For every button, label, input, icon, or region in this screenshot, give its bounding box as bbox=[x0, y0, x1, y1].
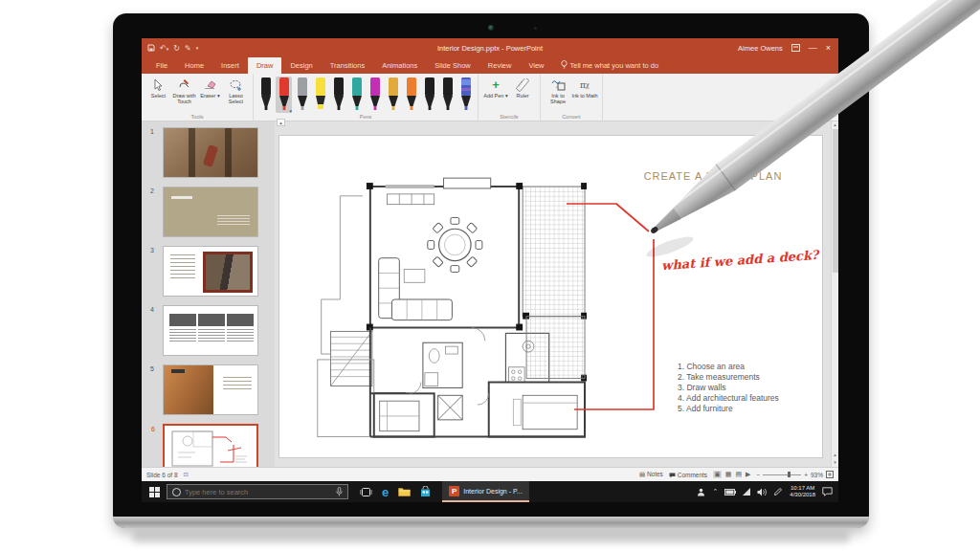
front-camera bbox=[488, 25, 494, 31]
gray-pen[interactable] bbox=[294, 77, 310, 113]
tell-me-box[interactable]: Tell me what you want to do bbox=[553, 56, 667, 74]
tab-file[interactable]: File bbox=[147, 57, 176, 74]
scroll-up-icon[interactable]: ▴ bbox=[834, 121, 836, 127]
lasso-select-button[interactable]: Lasso Select bbox=[223, 76, 249, 104]
red-pen[interactable]: ▾ bbox=[276, 77, 292, 113]
grid-cell bbox=[227, 314, 254, 326]
black-pen[interactable] bbox=[257, 77, 274, 113]
network-icon[interactable] bbox=[743, 488, 750, 496]
grid-cell bbox=[169, 314, 196, 326]
tab-insert[interactable]: Insert bbox=[212, 57, 248, 74]
tab-transitions[interactable]: Transitions bbox=[322, 57, 373, 74]
slide-6[interactable]: CREATE A FLOOR PLAN bbox=[279, 136, 822, 457]
group-stencils: + Add Pen ▾ Ruler Stencils bbox=[479, 74, 541, 121]
file-explorer-icon[interactable] bbox=[398, 487, 411, 497]
text-lines bbox=[217, 213, 250, 227]
action-center-icon[interactable] bbox=[822, 487, 833, 496]
select-button[interactable]: Select bbox=[145, 76, 171, 99]
notes-toggle[interactable]: ▤ Notes bbox=[639, 471, 663, 478]
taskbar-app-powerpoint[interactable]: P Interior Design - P... bbox=[442, 481, 528, 502]
slide-thumbnail-2[interactable]: 2 bbox=[163, 187, 258, 237]
main-area: 1 2 3 bbox=[142, 121, 838, 467]
comments-toggle[interactable]: Comments bbox=[669, 472, 707, 478]
reading-view-button[interactable]: ▤ bbox=[735, 471, 742, 478]
normal-view-button[interactable]: ▣ bbox=[713, 471, 722, 478]
orange-pen[interactable] bbox=[403, 77, 419, 113]
ribbon-draw: Select Draw with Touch Eraser ▾ bbox=[142, 74, 838, 121]
eraser-button[interactable]: Eraser ▾ bbox=[197, 76, 223, 99]
tab-animations[interactable]: Animations bbox=[373, 57, 426, 74]
battery-icon[interactable] bbox=[724, 489, 736, 496]
next-slide-icon[interactable]: ▾ bbox=[834, 459, 836, 465]
scrollbar-thumb[interactable] bbox=[833, 129, 838, 273]
slide-step-list: 1. Choose an area2. Take measurements3. … bbox=[678, 362, 779, 414]
pens-gallery: ▾ bbox=[257, 76, 474, 113]
tab-view[interactable]: View bbox=[520, 57, 552, 74]
slide-thumbnail-5[interactable]: 5 bbox=[163, 364, 258, 415]
ink-to-math-icon: πχ bbox=[580, 77, 590, 92]
yellow-highlighter[interactable] bbox=[312, 77, 328, 113]
speaker-icon[interactable] bbox=[757, 488, 767, 496]
thumbnail-number: 6 bbox=[151, 426, 155, 432]
tab-home[interactable]: Home bbox=[176, 57, 212, 74]
step-item: 1. Choose an area bbox=[678, 362, 779, 372]
taskbar-pinned-icons: e bbox=[360, 486, 431, 498]
tab-draw[interactable]: Draw bbox=[248, 57, 282, 74]
system-tray: ⌃ 10:17 AM 4/30/2018 bbox=[697, 485, 838, 498]
taskbar-clock[interactable]: 10:17 AM 4/30/2018 bbox=[790, 485, 815, 498]
slideshow-button[interactable]: ▶ bbox=[746, 471, 750, 478]
thumbnail-number: 2 bbox=[150, 187, 154, 194]
zoom-in-button[interactable]: + bbox=[804, 472, 808, 478]
tab-review[interactable]: Review bbox=[479, 57, 521, 74]
ruler-button[interactable]: Ruler bbox=[509, 76, 536, 99]
ribbon-tabs: FileHomeInsertDrawDesignTransitionsAnima… bbox=[142, 57, 838, 74]
zoom-slider-knob[interactable] bbox=[788, 472, 791, 477]
zoom-out-button[interactable]: − bbox=[756, 472, 760, 478]
grid-text bbox=[198, 329, 225, 342]
teal-pen[interactable] bbox=[348, 77, 365, 113]
start-button[interactable] bbox=[142, 481, 167, 502]
slide-sorter-view-button[interactable]: ▦ bbox=[725, 471, 732, 478]
taskbar-search[interactable] bbox=[167, 484, 348, 499]
add-pen-button[interactable]: + Add Pen ▾ bbox=[482, 76, 509, 99]
hidden-icons-chevron[interactable]: ⌃ bbox=[712, 488, 718, 496]
search-input[interactable] bbox=[185, 488, 332, 496]
status-bar: Slide 6 of 8 ⊡ ▤ Notes Comments ▣ ▦ ▤ ▶ bbox=[142, 467, 838, 481]
microphone-icon[interactable] bbox=[336, 487, 343, 496]
fit-slide-icon[interactable] bbox=[826, 471, 834, 478]
slide-thumbnail-3[interactable]: 3 bbox=[163, 246, 258, 297]
step-item: 3. Draw walls bbox=[678, 383, 779, 393]
zoom-percent[interactable]: 93% bbox=[811, 472, 823, 478]
add-pen-plus-icon: + bbox=[492, 77, 500, 92]
previous-slide-icon[interactable]: ▴ bbox=[834, 452, 836, 457]
slide-thumbnail-4[interactable]: 4 bbox=[163, 305, 258, 356]
chevron-up-icon[interactable]: ▴ bbox=[277, 119, 285, 126]
slide-title: CREATE A FLOOR PLAN bbox=[632, 170, 794, 182]
slide-thumbnail-6[interactable]: 6 bbox=[163, 424, 258, 467]
magenta-pen[interactable] bbox=[367, 77, 383, 113]
thumbnail-art bbox=[164, 247, 257, 296]
store-icon[interactable] bbox=[420, 486, 431, 497]
step-item: 2. Take measurements bbox=[678, 372, 779, 383]
tab-slide-show[interactable]: Slide Show bbox=[426, 57, 479, 74]
people-icon[interactable] bbox=[697, 488, 705, 496]
gold-pen[interactable] bbox=[385, 77, 401, 113]
cortana-icon bbox=[172, 488, 181, 496]
pen-tray-icon[interactable] bbox=[773, 487, 783, 496]
device-shadow bbox=[132, 532, 850, 543]
task-view-icon[interactable] bbox=[360, 487, 372, 497]
window-title: Interior Design.pptx - PowerPoint bbox=[142, 44, 838, 53]
galaxy-pen[interactable] bbox=[457, 77, 474, 113]
black-pen[interactable] bbox=[439, 77, 456, 113]
edge-icon[interactable]: e bbox=[382, 486, 389, 498]
black-pen[interactable] bbox=[330, 77, 346, 113]
display-settings-icon[interactable]: ⊡ bbox=[184, 471, 189, 478]
slide-thumbnail-1[interactable]: 1 bbox=[163, 127, 258, 178]
tab-design[interactable]: Design bbox=[281, 57, 321, 74]
draw-with-touch-button[interactable]: Draw with Touch bbox=[171, 76, 197, 104]
vertical-scrollbar[interactable]: ▴ ▴ ▾ bbox=[831, 121, 838, 467]
ink-to-math-button[interactable]: πχ Ink to Math bbox=[571, 76, 598, 99]
ink-to-shape-button[interactable]: Ink to Shape bbox=[545, 76, 571, 104]
black-pen[interactable] bbox=[421, 77, 437, 113]
zoom-slider[interactable] bbox=[763, 474, 801, 475]
